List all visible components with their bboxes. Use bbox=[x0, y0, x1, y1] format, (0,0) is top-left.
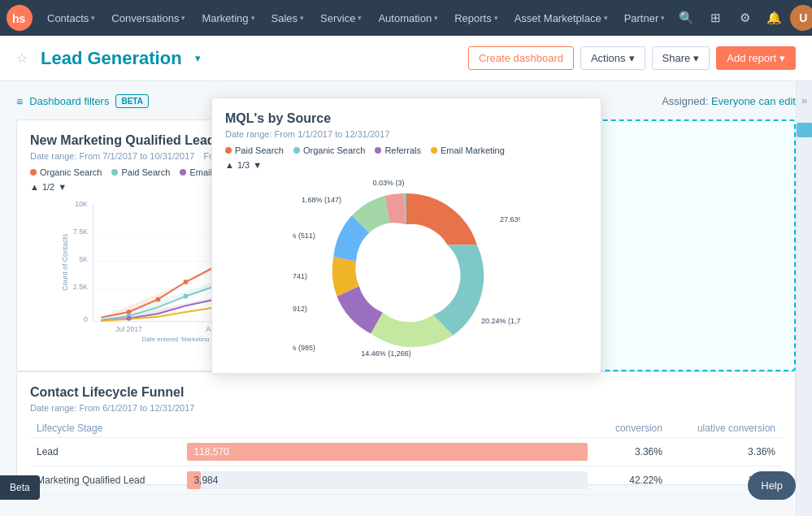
svg-text:Count of Contacts: Count of Contacts bbox=[61, 233, 69, 291]
paid-search-dot bbox=[225, 147, 232, 154]
collapse-arrows-icon[interactable]: » bbox=[801, 94, 807, 106]
down-arrow-icon: ▼ bbox=[253, 160, 262, 170]
svg-text:0: 0 bbox=[84, 315, 88, 323]
cumulative-header: ulative conversion bbox=[669, 419, 782, 438]
assigned-link[interactable]: Everyone can edit bbox=[711, 95, 796, 107]
lead-bar-fill bbox=[187, 443, 588, 461]
legend-referrals: Referrals bbox=[375, 145, 421, 155]
add-report-button[interactable]: Add report ▾ bbox=[716, 46, 796, 70]
donut-hole bbox=[364, 224, 449, 309]
mql-popup: MQL's by Source Date range: From 1/1/201… bbox=[211, 98, 601, 374]
nav-right: 🔍 ⊞ ⚙ 🔔 U bbox=[673, 5, 812, 31]
conversion-header: conversion bbox=[594, 419, 669, 438]
funnel-table: Lifecycle Stage conversion ulative conve… bbox=[30, 419, 782, 495]
lead-count: 118,570 bbox=[187, 446, 228, 457]
lead-conversion: 3.36% bbox=[594, 438, 669, 466]
legend-organic-search: Organic Search bbox=[30, 167, 102, 177]
svg-text:7.5K: 7.5K bbox=[73, 228, 88, 236]
svg-point-31 bbox=[127, 316, 132, 321]
count-header bbox=[180, 419, 594, 438]
legend-email-marketing: Email Marketing bbox=[431, 145, 505, 155]
hubspot-logo[interactable]: hs bbox=[7, 5, 33, 31]
funnel-card: Contact Lifecycle Funnel Date range: Fro… bbox=[16, 371, 796, 485]
funnel-title: Contact Lifecycle Funnel bbox=[30, 385, 782, 400]
share-caret-icon: ▾ bbox=[693, 52, 699, 64]
subheader-actions: Create dashboard Actions ▾ Share ▾ Add r… bbox=[468, 46, 796, 70]
nav-partner[interactable]: Partner ▾ bbox=[616, 0, 674, 36]
subheader: ☆ Lead Generation ▾ Create dashboard Act… bbox=[0, 36, 812, 81]
filter-icon: ≡ bbox=[16, 95, 23, 108]
create-dashboard-button[interactable]: Create dashboard bbox=[468, 46, 574, 70]
mql-popup-title: MQL's by Source bbox=[225, 111, 588, 126]
legend-paid-search: Paid Search bbox=[111, 167, 170, 177]
svg-text:8.46% (741): 8.46% (741) bbox=[293, 272, 307, 280]
table-row: Lead 118,570 3.36% 3.36% bbox=[30, 438, 782, 466]
conversations-caret: ▾ bbox=[181, 14, 185, 22]
organic-search-dot bbox=[30, 169, 37, 176]
up-arrow-icon: ▲ bbox=[30, 182, 39, 192]
favorite-star-icon[interactable]: ☆ bbox=[16, 50, 28, 66]
svg-text:27.63% (2,420): 27.63% (2,420) bbox=[500, 215, 520, 223]
nav-items: Contacts ▾ Conversations ▾ Marketing ▾ S… bbox=[39, 0, 673, 36]
svg-text:5K: 5K bbox=[79, 255, 88, 263]
nav-marketing[interactable]: Marketing ▾ bbox=[193, 0, 263, 36]
lead-bar-bg: 118,570 bbox=[187, 443, 588, 461]
svg-text:5.83% (511): 5.83% (511) bbox=[293, 232, 315, 240]
table-row: Marketing Qualified Lead 3,984 42.22% 1.… bbox=[30, 466, 782, 495]
nav-marketplace[interactable]: Asset Marketplace ▾ bbox=[506, 0, 616, 36]
email-marketing-dot bbox=[180, 169, 186, 176]
mql-count: 3,984 bbox=[187, 475, 218, 486]
dashboard-filters-label[interactable]: Dashboard filters bbox=[29, 95, 109, 107]
add-report-caret-icon: ▾ bbox=[779, 52, 785, 64]
svg-text:20.24% (1,773): 20.24% (1,773) bbox=[481, 317, 520, 325]
mql-popup-legend: Paid Search Organic Search Referrals Ema… bbox=[225, 145, 588, 155]
referrals-dot bbox=[375, 147, 381, 154]
svg-point-28 bbox=[184, 294, 189, 299]
svg-text:10.41% (912): 10.41% (912) bbox=[293, 305, 307, 313]
sales-caret: ▾ bbox=[300, 14, 304, 22]
svg-text:0.03% (3): 0.03% (3) bbox=[372, 179, 404, 187]
collapse-panel[interactable]: » bbox=[796, 81, 812, 516]
nav-reports[interactable]: Reports ▾ bbox=[446, 0, 506, 36]
donut-chart-svg: 27.63% (2,420) 20.24% (1,773) 14.46% (1,… bbox=[293, 173, 520, 360]
settings-icon[interactable]: ⚙ bbox=[732, 5, 758, 31]
nav-service[interactable]: Service ▾ bbox=[312, 0, 370, 36]
notifications-icon[interactable]: 🔔 bbox=[761, 5, 787, 31]
beta-badge: BETA bbox=[115, 94, 148, 108]
help-button[interactable]: Help bbox=[748, 471, 796, 500]
lead-cumulative: 3.36% bbox=[669, 438, 782, 466]
svg-point-21 bbox=[156, 297, 161, 302]
svg-text:11.25% (985): 11.25% (985) bbox=[293, 344, 315, 352]
svg-point-22 bbox=[184, 280, 189, 284]
actions-button[interactable]: Actions ▾ bbox=[580, 46, 645, 70]
email-marketing-dot bbox=[431, 147, 437, 154]
mql-bar-cell: 3,984 bbox=[180, 466, 594, 495]
nav-conversations[interactable]: Conversations ▾ bbox=[103, 0, 193, 36]
beta-button[interactable]: Beta bbox=[0, 475, 40, 500]
actions-caret-icon: ▾ bbox=[629, 52, 635, 64]
down-arrow-icon: ▼ bbox=[58, 182, 67, 192]
share-button[interactable]: Share ▾ bbox=[652, 46, 710, 70]
chat-bubble-icon[interactable] bbox=[797, 123, 813, 137]
nav-automation[interactable]: Automation ▾ bbox=[370, 0, 446, 36]
mql-bar-bg: 3,984 bbox=[187, 471, 588, 489]
title-dropdown-icon[interactable]: ▾ bbox=[195, 52, 201, 64]
user-avatar[interactable]: U bbox=[790, 5, 812, 31]
search-button[interactable]: 🔍 bbox=[673, 5, 699, 31]
assigned-prefix: Assigned: bbox=[662, 95, 708, 107]
marketing-caret: ▾ bbox=[251, 14, 255, 22]
svg-text:Jul 2017: Jul 2017 bbox=[115, 325, 142, 333]
svg-text:2.5K: 2.5K bbox=[73, 283, 88, 291]
partner-caret: ▾ bbox=[661, 14, 665, 22]
mql-popup-subtitle: Date range: From 1/1/2017 to 12/31/2017 bbox=[225, 129, 588, 139]
paid-search-dot bbox=[111, 169, 118, 176]
nav-contacts[interactable]: Contacts ▾ bbox=[39, 0, 103, 36]
grid-icon[interactable]: ⊞ bbox=[702, 5, 728, 31]
reports-caret: ▾ bbox=[494, 14, 498, 22]
svg-text:14.46% (1,266): 14.46% (1,266) bbox=[361, 349, 411, 358]
page-title: Lead Generation bbox=[41, 48, 182, 69]
marketplace-caret: ▾ bbox=[604, 14, 608, 22]
mql-stage: Marketing Qualified Lead bbox=[30, 466, 180, 495]
legend-paid-search: Paid Search bbox=[225, 145, 284, 155]
nav-sales[interactable]: Sales ▾ bbox=[263, 0, 313, 36]
